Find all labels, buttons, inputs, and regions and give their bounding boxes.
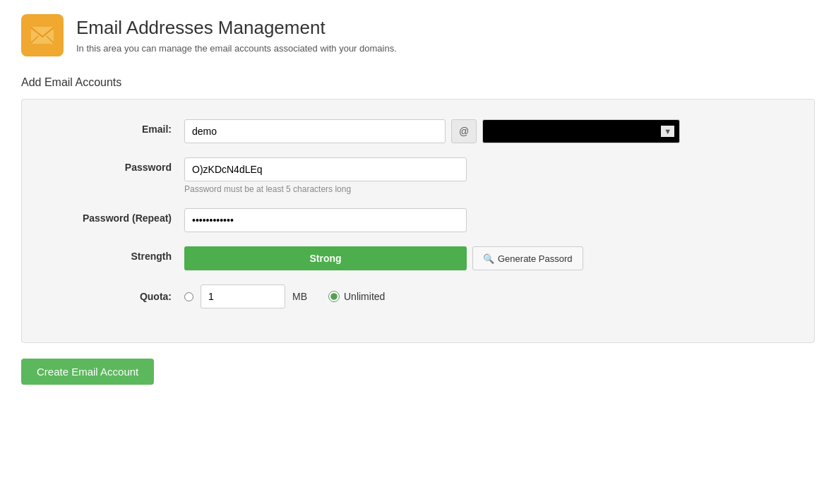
password-repeat-input[interactable] bbox=[184, 208, 467, 232]
quota-radio[interactable] bbox=[184, 292, 193, 301]
strength-row: Strength Strong 🔍 Generate Passord bbox=[43, 246, 793, 270]
unlimited-radio[interactable] bbox=[328, 291, 340, 302]
password-repeat-row: Password (Repeat) bbox=[43, 208, 793, 232]
search-icon: 🔍 bbox=[483, 253, 494, 264]
page-title: Email Addresses Management bbox=[76, 17, 397, 39]
password-field-wrapper: Password must be at least 5 characters l… bbox=[184, 157, 467, 194]
section-title: Add Email Accounts bbox=[21, 76, 815, 89]
generate-btn-label: Generate Passord bbox=[498, 253, 573, 264]
quota-unit: MB bbox=[292, 291, 307, 302]
domain-select[interactable]: █████████████ bbox=[482, 119, 680, 143]
strength-bar: Strong bbox=[184, 246, 467, 270]
domain-select-wrapper: █████████████ bbox=[482, 119, 680, 143]
password-label: Password bbox=[43, 157, 184, 173]
at-symbol: @ bbox=[451, 119, 477, 143]
page-subtitle: In this area you can manage the email ac… bbox=[76, 43, 397, 54]
strength-controls: Strong 🔍 Generate Passord bbox=[184, 246, 793, 270]
create-email-account-button[interactable]: Create Email Account bbox=[21, 359, 154, 385]
strength-label: Strength bbox=[43, 246, 184, 262]
quota-row: Quota: MB Unlimited bbox=[43, 284, 793, 308]
password-controls: Password must be at least 5 characters l… bbox=[184, 157, 793, 194]
quota-label: Quota: bbox=[43, 291, 184, 302]
password-repeat-label: Password (Repeat) bbox=[43, 208, 184, 224]
password-repeat-controls bbox=[184, 208, 793, 232]
email-input[interactable] bbox=[184, 119, 446, 143]
password-input[interactable] bbox=[184, 157, 467, 181]
email-row: Email: @ █████████████ bbox=[43, 119, 793, 143]
quota-controls: MB Unlimited bbox=[184, 284, 385, 308]
create-btn-label: Create Email Account bbox=[37, 366, 138, 378]
unlimited-label: Unlimited bbox=[344, 291, 385, 302]
email-controls: @ █████████████ bbox=[184, 119, 793, 143]
generate-password-button[interactable]: 🔍 Generate Passord bbox=[472, 246, 583, 270]
email-label: Email: bbox=[43, 119, 184, 135]
email-icon bbox=[21, 14, 64, 56]
header-text: Email Addresses Management In this area … bbox=[76, 17, 397, 54]
add-email-form-panel: Email: @ █████████████ Password Password… bbox=[21, 99, 815, 343]
quota-input[interactable] bbox=[201, 284, 285, 308]
svg-rect-1 bbox=[31, 27, 54, 44]
password-row: Password Password must be at least 5 cha… bbox=[43, 157, 793, 194]
page-header: Email Addresses Management In this area … bbox=[21, 14, 815, 56]
password-hint: Password must be at least 5 characters l… bbox=[184, 184, 467, 194]
unlimited-radio-group: Unlimited bbox=[328, 291, 385, 302]
